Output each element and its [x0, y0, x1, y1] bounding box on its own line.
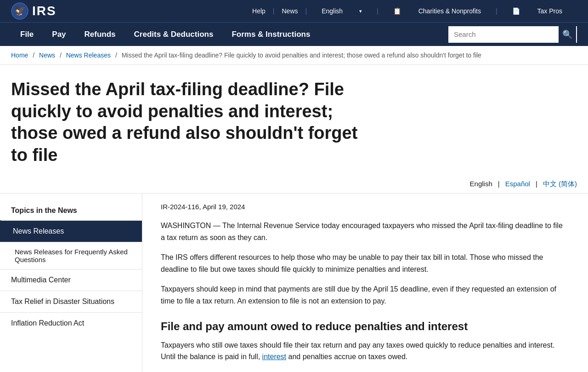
utility-bar: 🦅 IRS Help | News | English ▾ | 📋 Charit…: [0, 0, 588, 22]
interest-link[interactable]: interest: [262, 353, 286, 361]
breadcrumb-news[interactable]: News: [39, 52, 55, 59]
breadcrumb-current: Missed the April tax-filing deadline? Fi…: [122, 52, 481, 59]
breadcrumb: Home / News / News Releases / Missed the…: [0, 46, 588, 65]
charities-icon: 📋: [386, 7, 408, 15]
tax-pros-link[interactable]: 📄 Tax Pros: [498, 7, 577, 15]
article-section-heading: File and pay amount owed to reduce penal…: [161, 320, 565, 333]
breadcrumb-sep-3: /: [115, 52, 117, 59]
sidebar-item-multimedia[interactable]: Multimedia Center: [0, 269, 142, 291]
sidebar-item-news-releases[interactable]: News Releases: [0, 220, 142, 242]
search-icon: 🔍: [562, 29, 572, 40]
main-layout: Topics in the News News Releases News Re…: [0, 194, 588, 372]
lang-espanol[interactable]: Español: [505, 180, 530, 189]
lang-chinese[interactable]: 中文 (简体): [543, 180, 577, 189]
utility-links: Help | News | English ▾ | 📋 Charities & …: [245, 7, 577, 15]
nav-pay[interactable]: Pay: [43, 23, 75, 46]
nav-items: File Pay Refunds Credits & Deductions Fo…: [11, 23, 448, 46]
search-box: 🔍: [448, 26, 577, 43]
article-meta: IR-2024-116, April 19, 2024: [161, 203, 565, 211]
lang-div-2: |: [536, 180, 537, 189]
nav-credits[interactable]: Credits & Deductions: [125, 23, 223, 46]
article-body: WASHINGTON — The Internal Revenue Servic…: [161, 220, 565, 363]
breadcrumb-home[interactable]: Home: [11, 52, 28, 59]
lang-current: English: [470, 180, 492, 189]
irs-logo[interactable]: 🦅 IRS: [11, 2, 57, 20]
breadcrumb-sep-2: /: [60, 52, 62, 59]
sidebar-item-inflation[interactable]: Inflation Reduction Act: [0, 312, 142, 334]
article-paragraph-2: The IRS offers different resources to he…: [161, 252, 565, 275]
chevron-down-icon: ▾: [352, 8, 369, 14]
lang-div-1: |: [498, 180, 500, 189]
nav-file[interactable]: File: [11, 23, 43, 46]
nav-forms[interactable]: Forms & Instructions: [222, 23, 319, 46]
article-paragraph-3: Taxpayers should keep in mind that payme…: [161, 283, 565, 307]
nav-refunds[interactable]: Refunds: [75, 23, 125, 46]
nav-bar: File Pay Refunds Credits & Deductions Fo…: [0, 22, 588, 46]
sidebar-heading[interactable]: Topics in the News: [0, 198, 142, 220]
tax-pros-icon: 📄: [505, 7, 527, 15]
news-link[interactable]: News: [275, 7, 305, 15]
sidebar-item-tax-relief[interactable]: Tax Relief in Disaster Situations: [0, 291, 142, 312]
search-button[interactable]: 🔍: [559, 26, 576, 43]
sidebar: Topics in the News News Releases News Re…: [0, 194, 142, 372]
svg-text:🦅: 🦅: [14, 5, 26, 16]
page-title-section: Missed the April tax-filing deadline? Fi…: [0, 65, 579, 175]
lang-switcher: English | Español | 中文 (简体): [0, 175, 588, 194]
breadcrumb-news-releases[interactable]: News Releases: [66, 52, 111, 59]
article-paragraph-1: WASHINGTON — The Internal Revenue Servic…: [161, 220, 565, 243]
sidebar-item-news-releases-faq[interactable]: News Releases for Frequently Asked Quest…: [0, 242, 142, 269]
breadcrumb-sep-1: /: [33, 52, 34, 59]
english-lang-btn[interactable]: English ▾: [307, 7, 377, 15]
article-content: IR-2024-116, April 19, 2024 WASHINGTON —…: [142, 194, 579, 372]
irs-eagle-icon: 🦅: [11, 2, 28, 20]
search-input[interactable]: [449, 27, 559, 42]
irs-logo-text: IRS: [32, 4, 57, 18]
page-title: Missed the April tax-filing deadline? Fi…: [11, 79, 369, 166]
charities-link[interactable]: 📋 Charities & Nonprofits: [379, 7, 496, 15]
article-section-paragraph: Taxpayers who still owe taxes should fil…: [161, 339, 565, 363]
nav-search: 🔍: [448, 23, 577, 46]
help-link[interactable]: Help: [245, 7, 273, 15]
